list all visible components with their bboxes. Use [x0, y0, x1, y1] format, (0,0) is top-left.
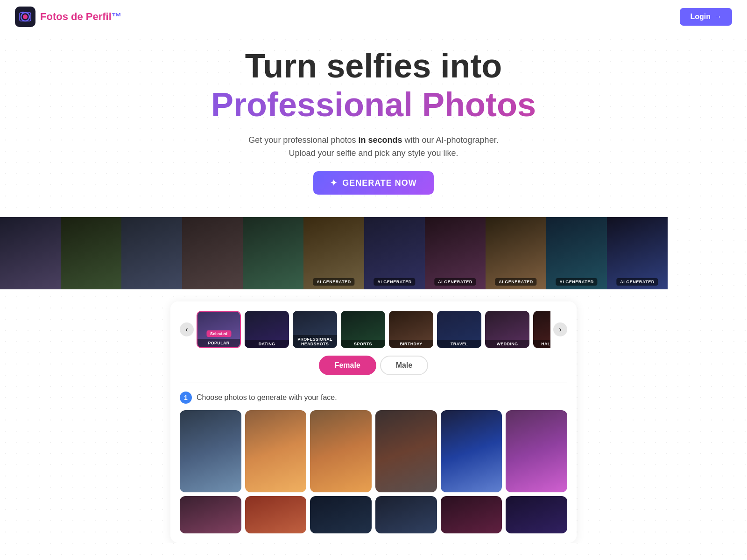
svg-point-2 — [23, 14, 28, 19]
logo-tm: ™ — [112, 11, 122, 22]
category-items: Selected POPULAR DATING PROFESSIONAL HEA… — [197, 311, 550, 348]
grid-photo-6[interactable] — [506, 410, 567, 492]
section-divider — [180, 383, 567, 383]
ai-badge-7: AI GENERATED — [374, 278, 415, 286]
strip-photo-8: AI GENERATED — [425, 217, 486, 289]
grid-photo-4[interactable] — [375, 410, 437, 492]
category-item-headshots[interactable]: PROFESSIONAL HEADSHOTS — [293, 311, 337, 348]
category-scroll: ‹ Selected POPULAR DATING PROFESSIONAL H… — [180, 311, 567, 348]
photo-grid-bottom — [180, 496, 567, 533]
category-label-sports: SPORTS — [341, 340, 385, 348]
female-button[interactable]: Female — [319, 356, 376, 375]
prev-arrow-icon: ‹ — [185, 325, 188, 334]
ai-badge-10: AI GENERATED — [556, 278, 597, 286]
strip-photo-2 — [61, 217, 121, 289]
choose-section: 1 Choose photos to generate with your fa… — [180, 392, 567, 533]
strip-photo-9: AI GENERATED — [486, 217, 546, 289]
hero-subtitle-line2: Upload your selfie and pick any style yo… — [289, 148, 458, 158]
category-label-birthday: BIRTHDAY — [389, 340, 433, 348]
login-arrow-icon: → — [714, 13, 722, 21]
category-label-dating: DATING — [245, 340, 289, 348]
generate-label: GENERATE NOW — [342, 178, 417, 188]
strip-photo-4 — [182, 217, 243, 289]
category-next-button[interactable]: › — [553, 322, 567, 336]
strip-photo-7: AI GENERATED — [364, 217, 425, 289]
grid-photo-bottom-1[interactable] — [180, 496, 241, 533]
category-item-birthday[interactable]: BIRTHDAY — [389, 311, 433, 348]
hero-subtitle-bold: in seconds — [358, 135, 402, 145]
ai-badge-11: AI GENERATED — [616, 278, 658, 286]
ai-badge-8: AI GENERATED — [434, 278, 476, 286]
category-label-wedding: WEDDING — [485, 340, 529, 348]
hero-subtitle-part1: Get your professional photos — [248, 135, 358, 145]
hero-section: Turn selfies into Professional Photos Ge… — [0, 34, 747, 204]
category-item-dating[interactable]: DATING — [245, 311, 289, 348]
nav-logo: Fotos de Perfil™ — [15, 7, 122, 27]
login-label: Login — [690, 13, 711, 21]
hero-title: Turn selfies into Professional Photos — [9, 48, 738, 125]
grid-photo-bottom-3[interactable] — [310, 496, 372, 533]
grid-photo-3[interactable] — [310, 410, 372, 492]
category-label-travel: TRAVEL — [437, 340, 481, 348]
category-section: ‹ Selected POPULAR DATING PROFESSIONAL H… — [170, 301, 577, 543]
hero-subtitle: Get your professional photos in seconds … — [9, 133, 738, 161]
hero-subtitle-part2: with our AI-photographer. — [402, 135, 499, 145]
category-item-travel[interactable]: TRAVEL — [437, 311, 481, 348]
hero-title-line1: Turn selfies into — [9, 48, 738, 84]
generate-icon: ✦ — [330, 178, 338, 188]
category-label-headshots: PROFESSIONAL HEADSHOTS — [293, 335, 337, 348]
generate-now-button[interactable]: ✦ GENERATE NOW — [313, 171, 434, 195]
grid-photo-5[interactable] — [441, 410, 502, 492]
grid-photo-bottom-4[interactable] — [375, 496, 437, 533]
camera-icon — [15, 7, 35, 27]
photo-grid — [180, 410, 567, 492]
login-button[interactable]: Login → — [680, 8, 732, 26]
choose-header: 1 Choose photos to generate with your fa… — [180, 392, 567, 404]
strip-photo-10: AI GENERATED — [546, 217, 607, 289]
category-item-popular[interactable]: Selected POPULAR — [197, 311, 241, 348]
strip-photo-3 — [121, 217, 182, 289]
category-item-wedding[interactable]: WEDDING — [485, 311, 529, 348]
grid-photo-bottom-5[interactable] — [441, 496, 502, 533]
strip-photo-11: AI GENERATED — [607, 217, 668, 289]
male-button[interactable]: Male — [380, 356, 429, 375]
strip-photo-1 — [0, 217, 61, 289]
navbar: Fotos de Perfil™ Login → — [0, 0, 747, 34]
grid-photo-1[interactable] — [180, 410, 241, 492]
category-item-sports[interactable]: SPORTS — [341, 311, 385, 348]
category-item-halloween[interactable]: HALLOWEEN — [533, 311, 550, 348]
choose-instruction: Choose photos to generate with your face… — [197, 393, 337, 402]
ai-badge-6: AI GENERATED — [313, 278, 354, 286]
next-arrow-icon: › — [559, 325, 561, 334]
strip-photo-6: AI GENERATED — [303, 217, 364, 289]
photo-strip: AI GENERATED AI GENERATED AI GENERATED A… — [0, 217, 747, 289]
grid-photo-bottom-2[interactable] — [245, 496, 307, 533]
strip-photo-5 — [243, 217, 303, 289]
grid-photo-bottom-6[interactable] — [506, 496, 567, 533]
grid-photo-2[interactable] — [245, 410, 307, 492]
logo-text: Fotos de Perfil™ — [40, 11, 122, 23]
selected-badge: Selected — [206, 330, 231, 337]
hero-title-line2: Professional Photos — [9, 84, 738, 125]
category-label-popular: POPULAR — [197, 339, 240, 347]
step-badge: 1 — [180, 392, 192, 404]
ai-badge-9: AI GENERATED — [495, 278, 536, 286]
category-label-halloween: HALLOWEEN — [533, 340, 550, 348]
gender-toggle: Female Male — [180, 356, 567, 375]
category-prev-button[interactable]: ‹ — [180, 322, 194, 336]
